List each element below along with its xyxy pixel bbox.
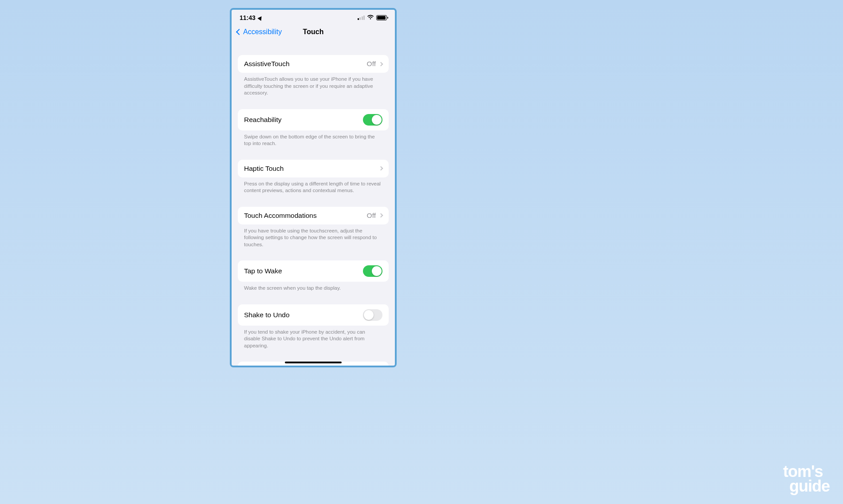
touch-accommodations-value: Off bbox=[367, 212, 376, 220]
chevron-right-icon bbox=[379, 62, 383, 66]
tap-to-wake-row: Tap to Wake bbox=[238, 260, 389, 282]
reachability-label: Reachability bbox=[244, 116, 281, 124]
shake-to-undo-label: Shake to Undo bbox=[244, 311, 290, 319]
tap-to-wake-footer: Wake the screen when you tap the display… bbox=[238, 282, 389, 292]
assistivetouch-row[interactable]: AssistiveTouch Off bbox=[238, 55, 389, 73]
phone-screen: 11:43 Accessibility Touch bbox=[232, 10, 395, 366]
wifi-icon bbox=[367, 15, 374, 21]
nav-bar: Accessibility Touch bbox=[232, 23, 395, 41]
touch-accommodations-label: Touch Accommodations bbox=[244, 212, 317, 220]
shake-to-undo-footer: If you tend to shake your iPhone by acci… bbox=[238, 326, 389, 350]
shake-to-undo-toggle[interactable] bbox=[363, 309, 382, 321]
status-time: 11:43 bbox=[240, 14, 256, 21]
haptic-touch-label: Haptic Touch bbox=[244, 165, 284, 173]
assistivetouch-value: Off bbox=[367, 60, 376, 68]
touch-accommodations-row[interactable]: Touch Accommodations Off bbox=[238, 207, 389, 224]
assistivetouch-label: AssistiveTouch bbox=[244, 60, 290, 68]
watermark-logo: tom's guide bbox=[783, 464, 830, 493]
tap-to-wake-label: Tap to Wake bbox=[244, 267, 282, 275]
tap-to-wake-toggle[interactable] bbox=[363, 265, 382, 277]
assistivetouch-footer: AssistiveTouch allows you to use your iP… bbox=[238, 73, 389, 97]
chevron-right-icon bbox=[379, 166, 383, 171]
settings-scroll[interactable]: AssistiveTouch Off AssistiveTouch allows… bbox=[232, 41, 395, 366]
touch-accommodations-footer: If you have trouble using the touchscree… bbox=[238, 224, 389, 248]
watermark-line1: tom's bbox=[783, 464, 830, 479]
battery-icon bbox=[376, 15, 387, 20]
location-icon bbox=[257, 15, 263, 20]
back-label: Accessibility bbox=[243, 28, 282, 36]
haptic-touch-row[interactable]: Haptic Touch bbox=[238, 160, 389, 177]
phone-frame: 11:43 Accessibility Touch bbox=[230, 8, 397, 367]
chevron-left-icon bbox=[236, 29, 242, 35]
shake-to-undo-row: Shake to Undo bbox=[238, 304, 389, 326]
watermark-line2: guide bbox=[789, 479, 830, 493]
reachability-toggle[interactable] bbox=[363, 114, 382, 126]
back-button[interactable]: Accessibility bbox=[237, 28, 282, 36]
page-title: Touch bbox=[303, 28, 324, 36]
cellular-icon bbox=[358, 16, 365, 20]
status-bar: 11:43 bbox=[232, 12, 395, 23]
home-indicator bbox=[285, 362, 342, 364]
reachability-row: Reachability bbox=[238, 109, 389, 130]
haptic-touch-footer: Press on the display using a different l… bbox=[238, 177, 389, 194]
chevron-right-icon bbox=[379, 213, 383, 218]
reachability-footer: Swipe down on the bottom edge of the scr… bbox=[238, 130, 389, 147]
